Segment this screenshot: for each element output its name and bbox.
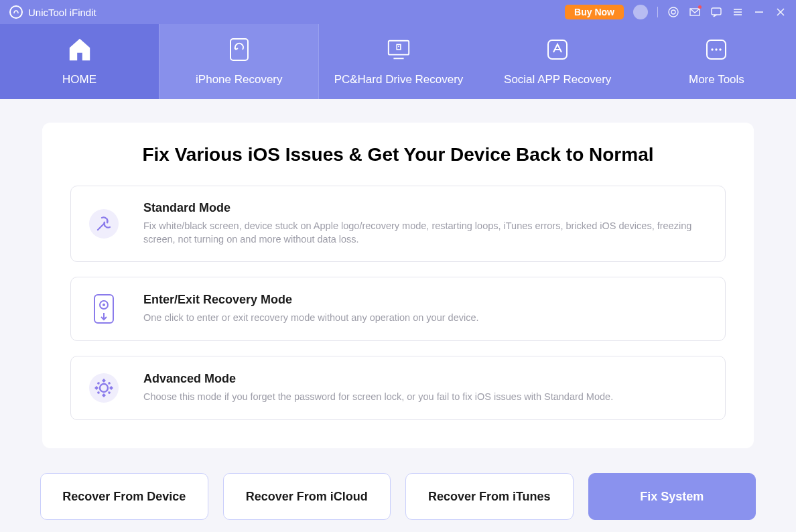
mode-recovery-title: Enter/Exit Recovery Mode <box>143 293 709 307</box>
recover-from-device-button[interactable]: Recover From Device <box>40 473 208 520</box>
svg-rect-11 <box>389 41 409 55</box>
svg-point-0 <box>669 7 678 17</box>
mode-recovery-text: Enter/Exit Recovery Mode One click to en… <box>143 293 709 324</box>
header-divider <box>657 7 658 17</box>
feedback-icon[interactable] <box>710 6 722 18</box>
app-logo-icon <box>9 5 23 19</box>
main-panel: Fix Various iOS Issues & Get Your Device… <box>42 123 754 448</box>
mode-recovery[interactable]: Enter/Exit Recovery Mode One click to en… <box>70 277 726 341</box>
svg-point-23 <box>103 304 105 306</box>
close-icon[interactable] <box>775 6 787 18</box>
svg-point-18 <box>716 48 718 50</box>
titlebar: UnicTool iFindit Buy Now <box>0 0 796 24</box>
tab-more-tools[interactable]: More Tools <box>637 24 796 99</box>
standard-mode-icon <box>87 207 121 241</box>
tab-social-app-recovery[interactable]: Social APP Recovery <box>478 24 637 99</box>
header-controls: Buy Now <box>565 5 787 19</box>
svg-point-19 <box>720 48 722 50</box>
recover-from-icloud-button[interactable]: Recover From iCloud <box>223 473 391 520</box>
svg-point-1 <box>671 10 675 14</box>
mail-icon[interactable] <box>689 6 701 18</box>
svg-point-14 <box>398 46 399 47</box>
tab-iphone-recovery[interactable]: iPhone Recovery <box>159 24 319 99</box>
recovery-mode-icon <box>87 292 121 326</box>
mode-advanced-text: Advanced Mode Choose this mode if you fo… <box>143 372 709 403</box>
page-title: Fix Various iOS Issues & Get Your Device… <box>70 144 726 165</box>
main-content: Fix Various iOS Issues & Get Your Device… <box>0 99 796 448</box>
mode-advanced[interactable]: Advanced Mode Choose this mode if you fo… <box>70 356 726 420</box>
home-icon <box>67 37 92 62</box>
advanced-mode-icon <box>87 371 121 405</box>
tab-social-app-recovery-label: Social APP Recovery <box>504 73 611 86</box>
tab-pc-recovery[interactable]: PC&Hard Drive Recovery <box>319 24 478 99</box>
tab-iphone-recovery-label: iPhone Recovery <box>196 73 282 86</box>
pc-recovery-icon <box>386 37 411 62</box>
nav-tabs: HOME iPhone Recovery PC&Hard Drive Recov… <box>0 24 796 99</box>
hamburger-menu-icon[interactable] <box>732 6 744 18</box>
mode-advanced-title: Advanced Mode <box>143 372 709 386</box>
fix-system-button[interactable]: Fix System <box>588 473 756 520</box>
tab-more-tools-label: More Tools <box>689 73 744 86</box>
social-app-icon <box>545 37 570 62</box>
mode-standard-text: Standard Mode Fix white/black screen, de… <box>143 201 709 247</box>
bottom-actions: Recover From Device Recover From iCloud … <box>40 473 756 520</box>
recover-from-itunes-button[interactable]: Recover From iTunes <box>405 473 574 520</box>
svg-point-17 <box>712 48 714 50</box>
svg-rect-3 <box>712 8 721 15</box>
settings-icon[interactable] <box>667 6 679 18</box>
tab-home[interactable]: HOME <box>0 24 159 99</box>
buy-now-button[interactable]: Buy Now <box>565 5 624 19</box>
mode-advanced-desc: Choose this mode if you forget the passw… <box>143 390 709 403</box>
tab-home-label: HOME <box>62 73 96 86</box>
mode-recovery-desc: One click to enter or exit recovery mode… <box>143 311 709 324</box>
app-title: UnicTool iFindit <box>28 7 96 18</box>
more-tools-icon <box>704 37 729 62</box>
svg-rect-10 <box>230 39 248 60</box>
minimize-icon[interactable] <box>753 6 765 18</box>
app-logo-area: UnicTool iFindit <box>9 5 96 19</box>
mode-standard-desc: Fix white/black screen, device stuck on … <box>143 219 709 247</box>
tab-pc-recovery-label: PC&Hard Drive Recovery <box>334 73 464 86</box>
mode-standard-title: Standard Mode <box>143 201 709 215</box>
iphone-recovery-icon <box>226 37 252 62</box>
user-avatar-icon[interactable] <box>633 5 648 19</box>
svg-point-24 <box>89 373 119 403</box>
mode-standard[interactable]: Standard Mode Fix white/black screen, de… <box>70 186 726 262</box>
